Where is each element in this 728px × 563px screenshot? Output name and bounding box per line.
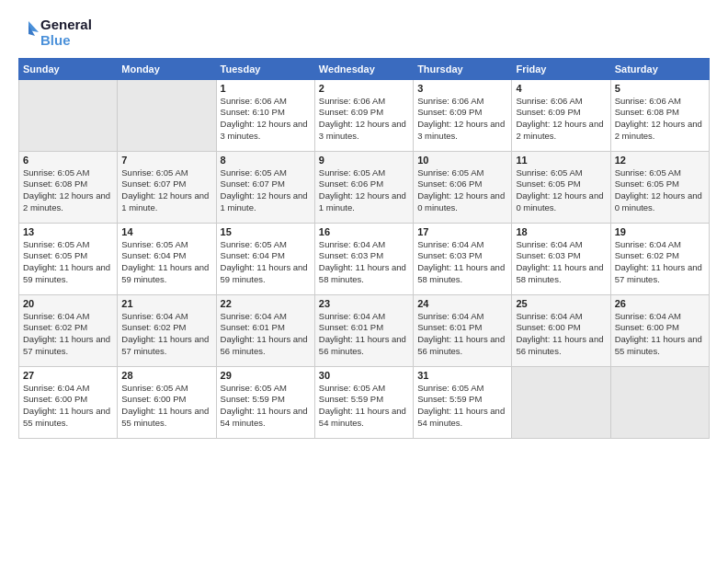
- calendar-table: SundayMondayTuesdayWednesdayThursdayFrid…: [18, 58, 710, 439]
- day-number: 16: [319, 226, 409, 237]
- calendar-cell: 23Sunrise: 6:04 AM Sunset: 6:01 PM Dayli…: [314, 294, 413, 366]
- calendar-cell: 4Sunrise: 6:06 AM Sunset: 6:09 PM Daylig…: [512, 79, 610, 151]
- calendar-cell: 18Sunrise: 6:04 AM Sunset: 6:03 PM Dayli…: [512, 223, 610, 294]
- day-number: 18: [516, 226, 606, 237]
- day-info: Sunrise: 6:04 AM Sunset: 6:00 PM Dayligh…: [516, 311, 606, 358]
- day-info: Sunrise: 6:06 AM Sunset: 6:10 PM Dayligh…: [221, 96, 311, 143]
- weekday-monday: Monday: [118, 58, 216, 79]
- day-number: 31: [417, 370, 507, 381]
- weekday-wednesday: Wednesday: [314, 58, 413, 79]
- day-number: 5: [615, 83, 705, 94]
- day-number: 14: [121, 226, 211, 237]
- day-number: 11: [516, 155, 606, 166]
- day-number: 24: [417, 298, 507, 309]
- calendar-cell: 28Sunrise: 6:05 AM Sunset: 6:00 PM Dayli…: [118, 366, 216, 438]
- day-number: 29: [221, 370, 311, 381]
- day-number: 7: [121, 155, 211, 166]
- calendar-cell: [512, 366, 610, 438]
- day-info: Sunrise: 6:04 AM Sunset: 6:01 PM Dayligh…: [319, 311, 409, 358]
- logo-text: General Blue: [40, 17, 92, 49]
- calendar-cell: 2Sunrise: 6:06 AM Sunset: 6:09 PM Daylig…: [314, 79, 413, 151]
- day-number: 26: [615, 298, 705, 309]
- weekday-sunday: Sunday: [19, 58, 118, 79]
- weekday-friday: Friday: [512, 58, 610, 79]
- day-number: 9: [319, 155, 409, 166]
- day-number: 21: [121, 298, 211, 309]
- calendar-cell: 7Sunrise: 6:05 AM Sunset: 6:07 PM Daylig…: [118, 151, 216, 223]
- day-info: Sunrise: 6:05 AM Sunset: 6:04 PM Dayligh…: [221, 239, 311, 286]
- calendar-cell: 9Sunrise: 6:05 AM Sunset: 6:06 PM Daylig…: [314, 151, 413, 223]
- day-info: Sunrise: 6:06 AM Sunset: 6:09 PM Dayligh…: [319, 96, 409, 143]
- day-info: Sunrise: 6:04 AM Sunset: 6:02 PM Dayligh…: [615, 239, 705, 286]
- calendar-cell: [19, 79, 118, 151]
- weekday-tuesday: Tuesday: [216, 58, 314, 79]
- day-info: Sunrise: 6:05 AM Sunset: 6:04 PM Dayligh…: [121, 239, 211, 286]
- day-info: Sunrise: 6:05 AM Sunset: 6:05 PM Dayligh…: [615, 167, 705, 214]
- calendar-week-row: 13Sunrise: 6:05 AM Sunset: 6:05 PM Dayli…: [19, 223, 710, 294]
- calendar-cell: 27Sunrise: 6:04 AM Sunset: 6:00 PM Dayli…: [19, 366, 118, 438]
- calendar-cell: 22Sunrise: 6:04 AM Sunset: 6:01 PM Dayli…: [216, 294, 314, 366]
- weekday-header-row: SundayMondayTuesdayWednesdayThursdayFrid…: [19, 58, 710, 79]
- calendar-week-row: 27Sunrise: 6:04 AM Sunset: 6:00 PM Dayli…: [19, 366, 710, 438]
- day-number: 22: [221, 298, 311, 309]
- calendar-cell: 14Sunrise: 6:05 AM Sunset: 6:04 PM Dayli…: [118, 223, 216, 294]
- weekday-saturday: Saturday: [610, 58, 709, 79]
- logo-container: General Blue: [18, 17, 92, 49]
- day-number: 6: [23, 155, 113, 166]
- calendar-cell: 29Sunrise: 6:05 AM Sunset: 5:59 PM Dayli…: [216, 366, 314, 438]
- day-info: Sunrise: 6:05 AM Sunset: 6:07 PM Dayligh…: [221, 167, 311, 214]
- day-info: Sunrise: 6:05 AM Sunset: 5:59 PM Dayligh…: [417, 383, 507, 430]
- calendar-cell: 24Sunrise: 6:04 AM Sunset: 6:01 PM Dayli…: [414, 294, 512, 366]
- day-info: Sunrise: 6:06 AM Sunset: 6:09 PM Dayligh…: [417, 96, 507, 143]
- day-info: Sunrise: 6:05 AM Sunset: 6:00 PM Dayligh…: [121, 383, 211, 430]
- day-number: 23: [319, 298, 409, 309]
- day-number: 2: [319, 83, 409, 94]
- day-info: Sunrise: 6:06 AM Sunset: 6:09 PM Dayligh…: [516, 96, 606, 143]
- logo-general: General: [40, 17, 92, 32]
- calendar-body: 1Sunrise: 6:06 AM Sunset: 6:10 PM Daylig…: [19, 79, 710, 438]
- calendar-week-row: 20Sunrise: 6:04 AM Sunset: 6:02 PM Dayli…: [19, 294, 710, 366]
- calendar-cell: [118, 79, 216, 151]
- day-number: 28: [121, 370, 211, 381]
- day-info: Sunrise: 6:05 AM Sunset: 6:06 PM Dayligh…: [319, 167, 409, 214]
- weekday-thursday: Thursday: [414, 58, 512, 79]
- day-number: 27: [23, 370, 113, 381]
- day-number: 13: [23, 226, 113, 237]
- calendar-cell: 25Sunrise: 6:04 AM Sunset: 6:00 PM Dayli…: [512, 294, 610, 366]
- day-number: 30: [319, 370, 409, 381]
- calendar-cell: 6Sunrise: 6:05 AM Sunset: 6:08 PM Daylig…: [19, 151, 118, 223]
- header: General Blue: [18, 17, 710, 49]
- calendar-cell: 15Sunrise: 6:05 AM Sunset: 6:04 PM Dayli…: [216, 223, 314, 294]
- calendar-cell: 30Sunrise: 6:05 AM Sunset: 5:59 PM Dayli…: [314, 366, 413, 438]
- day-info: Sunrise: 6:05 AM Sunset: 6:05 PM Dayligh…: [23, 239, 113, 286]
- day-info: Sunrise: 6:05 AM Sunset: 5:59 PM Dayligh…: [221, 383, 311, 430]
- calendar-cell: 17Sunrise: 6:04 AM Sunset: 6:03 PM Dayli…: [414, 223, 512, 294]
- day-info: Sunrise: 6:04 AM Sunset: 6:01 PM Dayligh…: [417, 311, 507, 358]
- day-number: 1: [221, 83, 311, 94]
- calendar-cell: 31Sunrise: 6:05 AM Sunset: 5:59 PM Dayli…: [414, 366, 512, 438]
- calendar-cell: 21Sunrise: 6:04 AM Sunset: 6:02 PM Dayli…: [118, 294, 216, 366]
- calendar-cell: 20Sunrise: 6:04 AM Sunset: 6:02 PM Dayli…: [19, 294, 118, 366]
- day-info: Sunrise: 6:05 AM Sunset: 6:07 PM Dayligh…: [121, 167, 211, 214]
- day-info: Sunrise: 6:05 AM Sunset: 5:59 PM Dayligh…: [319, 383, 409, 430]
- day-info: Sunrise: 6:04 AM Sunset: 6:03 PM Dayligh…: [516, 239, 606, 286]
- calendar-cell: [610, 366, 709, 438]
- calendar-week-row: 6Sunrise: 6:05 AM Sunset: 6:08 PM Daylig…: [19, 151, 710, 223]
- logo-blue: Blue: [40, 32, 92, 48]
- day-number: 17: [417, 226, 507, 237]
- logo: General Blue: [18, 17, 92, 49]
- calendar-cell: 12Sunrise: 6:05 AM Sunset: 6:05 PM Dayli…: [610, 151, 709, 223]
- day-info: Sunrise: 6:04 AM Sunset: 6:03 PM Dayligh…: [319, 239, 409, 286]
- day-info: Sunrise: 6:05 AM Sunset: 6:08 PM Dayligh…: [23, 167, 113, 214]
- page: General Blue SundayMondayTuesdayWednesda…: [0, 0, 728, 563]
- day-number: 8: [221, 155, 311, 166]
- day-number: 4: [516, 83, 606, 94]
- calendar-cell: 11Sunrise: 6:05 AM Sunset: 6:05 PM Dayli…: [512, 151, 610, 223]
- day-info: Sunrise: 6:04 AM Sunset: 6:02 PM Dayligh…: [23, 311, 113, 358]
- calendar-cell: 16Sunrise: 6:04 AM Sunset: 6:03 PM Dayli…: [314, 223, 413, 294]
- calendar-header: SundayMondayTuesdayWednesdayThursdayFrid…: [19, 58, 710, 79]
- calendar-cell: 1Sunrise: 6:06 AM Sunset: 6:10 PM Daylig…: [216, 79, 314, 151]
- day-number: 15: [221, 226, 311, 237]
- day-number: 12: [615, 155, 705, 166]
- calendar-cell: 5Sunrise: 6:06 AM Sunset: 6:08 PM Daylig…: [610, 79, 709, 151]
